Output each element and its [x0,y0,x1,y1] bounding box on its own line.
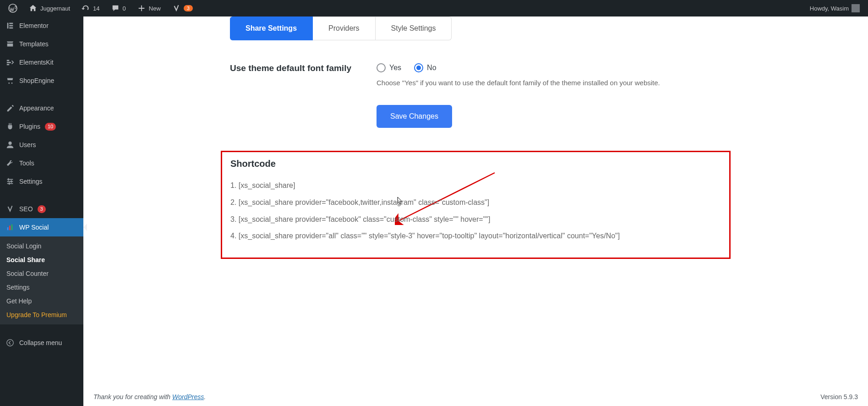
collapse-icon [5,338,15,347]
wpsocial-submenu: Social Login Social Share Social Counter… [0,236,83,324]
tab-providers[interactable]: Providers [313,16,376,40]
radio-group: Yes No [377,63,868,72]
sidebar-item-label: SEO [19,205,33,213]
comments-count: 0 [123,5,126,12]
shortcode-item: [xs_social_share provider="facebook,twit… [230,194,721,211]
shortcode-item: [xs_social_share provider="facebook" cla… [230,211,721,228]
svg-rect-15 [7,227,9,230]
svg-rect-10 [7,181,13,182]
comment-icon [111,4,120,13]
elementor-icon [5,21,15,30]
svg-rect-14 [9,182,10,185]
updates-icon [81,4,90,13]
sidebar-item-shopengine[interactable]: ShopEngine [0,71,83,90]
admin-bar: Juggernaut 14 0 New 3 Howdy, Wasim [0,0,868,16]
sidebar-item-settings[interactable]: Settings [0,172,83,191]
updates-count: 14 [93,5,99,12]
submenu-upgrade[interactable]: Upgrade To Premium [0,308,83,322]
shortcode-title: Shortcode [230,159,721,169]
sidebar-item-elementor[interactable]: Elementor [0,16,83,35]
sidebar-item-label: Settings [19,178,43,185]
updates-link[interactable]: 14 [76,0,104,16]
site-link[interactable]: Juggernaut [24,0,75,16]
seo-icon [5,204,15,214]
tab-style-settings[interactable]: Style Settings [376,16,452,40]
comments-link[interactable]: 0 [106,0,131,16]
admin-bar-right: Howdy, Wasim [805,0,864,16]
svg-rect-12 [8,178,9,181]
sidebar-item-appearance[interactable]: Appearance [0,99,83,117]
shopengine-icon [5,76,15,85]
templates-icon [5,39,15,49]
yoast-badge: 3 [184,5,193,11]
new-label: New [149,5,161,12]
svg-rect-16 [9,225,11,230]
wordpress-icon [8,4,17,13]
wp-logo-link[interactable] [4,0,22,16]
sidebar-item-elementskit[interactable]: ElementsKit [0,53,83,71]
svg-point-8 [8,142,11,145]
submenu-social-login[interactable]: Social Login [0,239,83,253]
tools-icon [5,159,15,168]
submenu-settings[interactable]: Settings [0,280,83,294]
shortcode-box: Shortcode [xs_social_share] [xs_social_s… [221,151,731,259]
home-icon [28,4,38,13]
admin-bar-left: Juggernaut 14 0 New 3 [4,0,197,16]
sidebar-item-seo[interactable]: SEO 3 [0,200,83,218]
shortcode-list: [xs_social_share] [xs_social_share provi… [230,177,721,245]
shortcode-item: [xs_social_share] [230,177,721,194]
svg-rect-1 [7,23,9,29]
plugins-icon [5,122,15,131]
footer-version: Version 5.9.3 [820,393,858,401]
submenu-social-share[interactable]: Social Share [0,253,83,267]
plugins-count-badge: 10 [45,123,56,131]
submenu-get-help[interactable]: Get Help [0,294,83,308]
svg-rect-11 [7,183,13,184]
sidebar-item-label: Templates [19,40,49,48]
radio-yes-label: Yes [389,64,401,72]
save-button[interactable]: Save Changes [377,105,452,128]
collapse-label: Collapse menu [19,339,62,346]
admin-sidebar: Elementor Templates ElementsKit ShopEngi… [0,16,83,406]
howdy-text: Howdy, Wasim [810,5,849,12]
sidebar-item-label: Elementor [19,22,49,29]
appearance-icon [5,104,15,113]
howdy-link[interactable]: Howdy, Wasim [805,0,864,16]
sidebar-item-users[interactable]: Users [0,136,83,154]
wordpress-link[interactable]: WordPress [172,393,204,401]
settings-tabs: Share Settings Providers Style Settings [230,16,868,40]
new-link[interactable]: New [132,0,165,16]
sidebar-item-label: ElementsKit [19,59,54,66]
collapse-menu[interactable]: Collapse menu [0,334,83,352]
svg-rect-17 [11,225,13,230]
footer-thanks: Thank you for creating with WordPress. [93,393,206,401]
sidebar-item-label: WP Social [19,224,49,231]
yoast-icon [172,4,181,13]
yoast-link[interactable]: 3 [167,0,197,16]
svg-point-18 [7,340,13,346]
plus-icon [137,4,146,13]
sidebar-item-templates[interactable]: Templates [0,35,83,53]
radio-no-label: No [427,64,436,72]
radio-icon [377,63,386,72]
radio-no[interactable]: No [414,63,436,72]
seo-count-badge: 3 [38,205,46,213]
setting-description: Choose "Yes" if you want to use the defa… [377,79,868,87]
wpsocial-icon [5,223,15,232]
svg-rect-5 [7,60,9,61]
sidebar-item-tools[interactable]: Tools [0,154,83,172]
settings-icon [5,177,15,186]
sidebar-item-label: ShopEngine [19,77,54,84]
sidebar-item-plugins[interactable]: Plugins 10 [0,117,83,136]
shortcode-item: [xs_social_share provider="all" class=""… [230,228,721,245]
sidebar-item-label: Users [19,141,36,148]
sidebar-item-wpsocial[interactable]: WP Social [0,218,83,236]
avatar-icon [852,4,860,12]
users-icon [5,140,15,149]
sidebar-item-label: Plugins [19,123,40,130]
elementskit-icon [5,58,15,67]
setting-label: Use theme default font family [230,63,377,73]
submenu-social-counter[interactable]: Social Counter [0,267,83,280]
tab-share-settings[interactable]: Share Settings [230,16,313,40]
radio-yes[interactable]: Yes [377,63,401,72]
